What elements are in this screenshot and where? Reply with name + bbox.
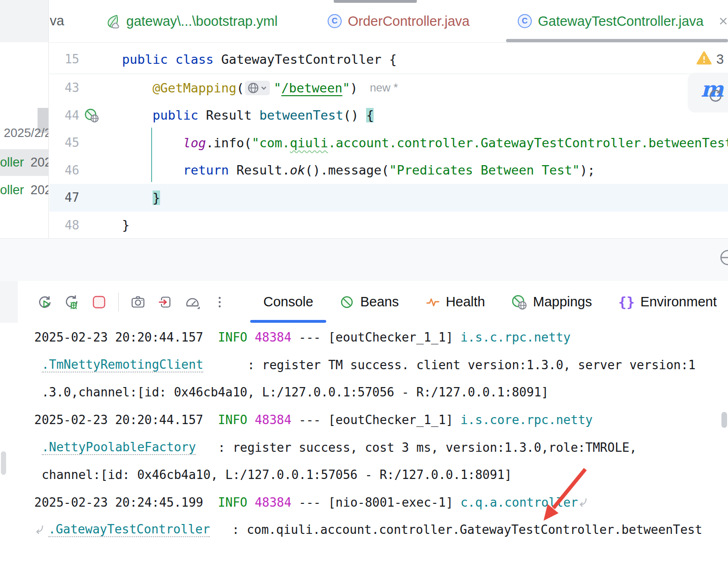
file-date-fragment: 202	[31, 183, 48, 198]
environment-icon: {}	[618, 294, 635, 310]
token: public class	[122, 52, 221, 67]
log-line: 2025-02-23 20:24:45.199 INFO 48384 --- […	[34, 489, 728, 517]
log-text: --- [eoutChecker_1_1]	[291, 413, 460, 427]
log-text	[34, 441, 42, 455]
code-line: 44public Result betweenTest() {	[49, 102, 728, 129]
logger-link[interactable]: .TmNettyRemotingClient	[42, 357, 203, 372]
token: @GetMapping	[153, 81, 237, 95]
token: public	[153, 108, 206, 122]
log-line: .TmNettyRemotingClient : register TM suc…	[34, 351, 728, 379]
editor-tab-bar: va gateway\...\bootstrap.yml C OrderCont…	[0, 0, 728, 43]
console-tab-beans[interactable]: Beans	[326, 281, 412, 323]
tab-gatewaytestcontroller-active[interactable]: C GatewayTestController.java	[518, 0, 728, 42]
code-line: 47}	[49, 184, 728, 212]
log-text	[247, 495, 255, 509]
indent-guide	[151, 128, 152, 182]
log-text: INFO	[218, 413, 247, 427]
log-text: : register success, cost 3 ms, version:1…	[196, 441, 636, 455]
code-line: 43@GetMapping("/between")new *	[49, 74, 728, 102]
gauge-button[interactable]	[184, 294, 200, 310]
log-text: .3.0,channel:[id: 0x46cb4a10, L:/127.0.0…	[34, 385, 549, 399]
background-window-fragment: 2025/2/2oller202oller202	[0, 42, 48, 239]
token: "Predicates Between Test"	[389, 163, 580, 177]
log-text: INFO	[218, 495, 247, 509]
health-icon	[425, 295, 440, 310]
logger-link[interactable]: .NettyPoolableFactory	[42, 440, 196, 455]
mapping-inlay-chip[interactable]	[245, 81, 270, 95]
token: "	[274, 81, 281, 95]
token: .account.controller.GatewayTestControlle…	[328, 136, 728, 150]
background-window-row: oller202	[0, 149, 48, 176]
maven-sync-button[interactable]: m	[688, 73, 728, 113]
more-options-button[interactable]	[212, 294, 228, 310]
console-scrollbar-thumb[interactable]	[721, 412, 727, 428]
console-tab-mappings[interactable]: Mappings	[498, 281, 605, 323]
tab-bar-left-strip	[0, 0, 49, 42]
token: )	[350, 81, 358, 95]
tab-strip-scrollbar[interactable]	[334, 0, 417, 3]
token: GatewayTestController {	[221, 52, 397, 67]
run-toolbar	[37, 281, 228, 323]
tab-ordercontroller[interactable]: C OrderController.java	[328, 0, 470, 42]
tab-partial-label[interactable]: va	[50, 13, 64, 29]
code-text: public class GatewayTestController {	[122, 45, 397, 74]
console-output[interactable]: 2025-02-23 20:20:44.157 INFO 48384 --- […	[0, 323, 728, 570]
code-text: @GetMapping("/between")new *	[153, 74, 398, 102]
console-tab-environment[interactable]: {}Environment	[605, 281, 728, 323]
soft-wrap-icon	[578, 497, 592, 508]
tab-label: Mappings	[533, 294, 592, 310]
code-line: 15public class GatewayTestController {	[49, 45, 728, 74]
log-line: .3.0,channel:[id: 0x46cb4a10, L:/127.0.0…	[34, 379, 728, 406]
file-name-fragment: oller	[0, 155, 24, 170]
rerun-debug-button[interactable]	[64, 294, 80, 310]
camera-button[interactable]	[130, 294, 146, 310]
active-tab-underline	[506, 39, 728, 42]
warning-count: 3	[716, 52, 724, 67]
code-text: public Result betweenTest() {	[153, 102, 374, 129]
log-text	[247, 330, 255, 344]
line-number: 46	[49, 157, 79, 184]
token: log	[183, 136, 206, 150]
warning-icon	[696, 50, 712, 68]
token: );	[580, 163, 595, 177]
token: new *	[370, 81, 398, 94]
tab-label: Environment	[640, 294, 717, 310]
splitter-strip[interactable]	[0, 239, 728, 281]
tab-label: gateway\...\bootstrap.yml	[126, 14, 277, 29]
attach-debugger-button[interactable]	[157, 294, 173, 310]
console-tab-health[interactable]: Health	[412, 281, 498, 323]
console-tab-strip: ConsoleBeansHealthMappings{}Environment	[250, 281, 728, 323]
java-class-icon: C	[328, 14, 342, 28]
code-text: log.info("com.qiuli.account.controller.G…	[183, 129, 728, 157]
console-tab-console[interactable]: Console	[250, 281, 326, 323]
log-text	[247, 413, 255, 427]
line-number: 43	[49, 74, 79, 102]
tab-label: Beans	[360, 294, 398, 310]
token: "com.	[252, 136, 290, 150]
close-icon[interactable]	[717, 15, 728, 27]
code-text: }	[122, 212, 130, 239]
warnings-badge[interactable]: 3	[696, 50, 724, 68]
tab-bootstrap-yml[interactable]: gateway\...\bootstrap.yml	[104, 0, 277, 42]
stop-button[interactable]	[91, 294, 107, 310]
log-text: 48384	[255, 495, 291, 509]
logger-link[interactable]: .GatewayTestController	[48, 522, 210, 537]
log-text	[34, 358, 42, 372]
log-text: i.s.core.rpc.netty	[460, 413, 593, 427]
toolbar-divider	[118, 293, 119, 312]
ide-window: va gateway\...\bootstrap.yml C OrderCont…	[0, 0, 728, 570]
request-mapping-icon[interactable]	[84, 108, 99, 123]
log-line: channel:[id: 0x46cb4a10, L:/127.0.0.1:57…	[34, 461, 728, 489]
log-text: 2025-02-23 20:24:45.199	[34, 495, 218, 509]
token: (	[237, 81, 244, 95]
line-number: 45	[49, 129, 79, 157]
log-text: c.q.a.controller	[460, 495, 578, 509]
rerun-button[interactable]	[37, 294, 53, 310]
line-number: 47	[49, 184, 79, 212]
token: ().message(	[305, 163, 389, 177]
token: .info(	[206, 136, 252, 150]
log-text: 2025-02-23 20:20:44.157	[34, 413, 218, 427]
side-drag-handle[interactable]	[1, 451, 6, 475]
token: Result.	[237, 163, 290, 177]
gauge-partial-icon[interactable]	[719, 248, 728, 269]
